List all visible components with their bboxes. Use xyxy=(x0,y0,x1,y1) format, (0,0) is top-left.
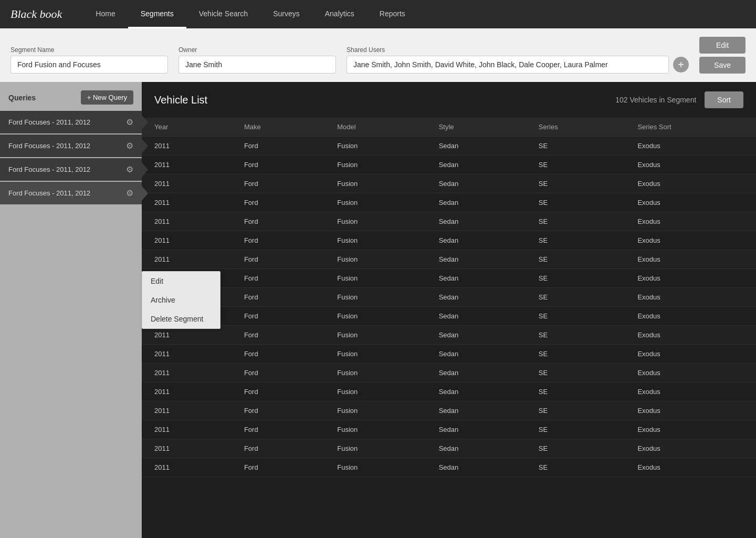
cell-model: Fusion xyxy=(324,137,426,156)
cell-style: Sedan xyxy=(426,307,526,326)
segment-name-input[interactable] xyxy=(10,56,168,74)
sidebar-item-q2[interactable]: Ford Focuses - 2011, 2012 ⚙ xyxy=(0,134,142,157)
cell-make: Ford xyxy=(232,212,324,231)
table-row: 2011FordFusionSedanSEExodus xyxy=(142,174,756,193)
cell-year: 2011 xyxy=(142,231,232,250)
cell-style: Sedan xyxy=(426,212,526,231)
cell-series_sort: Exodus xyxy=(625,326,756,345)
segment-header-form: Segment Name Owner Shared Users + Edit S… xyxy=(0,28,756,82)
cell-model: Fusion xyxy=(324,326,426,345)
segment-name-group: Segment Name xyxy=(10,46,168,74)
cell-series_sort: Exodus xyxy=(625,193,756,212)
edit-button[interactable]: Edit xyxy=(699,37,746,54)
col-make: Make xyxy=(232,118,324,137)
table-row: 2011FordFusionSedanSEExodus xyxy=(142,439,756,458)
nav-item-home[interactable]: Home xyxy=(83,0,128,28)
cell-series_sort: Exodus xyxy=(625,231,756,250)
shared-users-input[interactable] xyxy=(346,56,669,74)
cell-series: SE xyxy=(526,420,625,439)
nav-item-vehicle-search[interactable]: Vehicle Search xyxy=(186,0,260,28)
cell-series: SE xyxy=(526,401,625,420)
cell-year: 2011 xyxy=(142,345,232,364)
sidebar-item-q4[interactable]: Ford Focuses - 2011, 2012 ⚙ xyxy=(0,182,142,204)
cell-model: Fusion xyxy=(324,231,426,250)
cell-series: SE xyxy=(526,250,625,269)
table-row: 2011FordFusionSedanSEExodus xyxy=(142,307,756,326)
cell-year: 2011 xyxy=(142,401,232,420)
cell-series_sort: Exodus xyxy=(625,364,756,382)
query-arrow-1 xyxy=(142,115,148,130)
segment-name-label: Segment Name xyxy=(10,46,168,54)
cell-series_sort: Exodus xyxy=(625,458,756,477)
cell-model: Fusion xyxy=(324,439,426,458)
query-arrow-4 xyxy=(142,186,148,201)
cell-model: Fusion xyxy=(324,307,426,326)
save-button[interactable]: Save xyxy=(699,57,746,74)
gear-icon-1[interactable]: ⚙ xyxy=(126,117,133,127)
sidebar: Queries + New Query Ford Focuses - 2011,… xyxy=(0,82,142,538)
table-row: 2011FordFusionSedanSEExodus xyxy=(142,137,756,156)
cell-style: Sedan xyxy=(426,250,526,269)
cell-series: SE xyxy=(526,193,625,212)
table-row: 2011FordFusionSedanSEExodus xyxy=(142,193,756,212)
cell-make: Ford xyxy=(232,250,324,269)
owner-input[interactable] xyxy=(178,56,336,74)
context-menu-archive[interactable]: Archive xyxy=(142,291,220,309)
cell-year: 2011 xyxy=(142,212,232,231)
nav-item-reports[interactable]: Reports xyxy=(367,0,418,28)
queries-label: Queries xyxy=(8,94,36,102)
cell-series_sort: Exodus xyxy=(625,269,756,288)
context-menu-edit[interactable]: Edit xyxy=(142,272,220,291)
owner-label: Owner xyxy=(178,46,336,54)
sidebar-item-q1[interactable]: Ford Focuses - 2011, 2012 ⚙ xyxy=(0,111,142,133)
table-row: 2011FordFusionSedanSEExodus xyxy=(142,156,756,174)
table-row: 2011FordFusionSedanSEExodus xyxy=(142,364,756,382)
owner-group: Owner xyxy=(178,46,336,74)
nav-item-surveys[interactable]: Surveys xyxy=(260,0,312,28)
cell-make: Ford xyxy=(232,174,324,193)
new-query-button[interactable]: + New Query xyxy=(81,90,133,105)
cell-series_sort: Exodus xyxy=(625,439,756,458)
sidebar-item-q3[interactable]: Ford Focuses - 2011, 2012 ⚙ xyxy=(0,158,142,181)
cell-series: SE xyxy=(526,345,625,364)
sort-button[interactable]: Sort xyxy=(705,91,743,108)
cell-model: Fusion xyxy=(324,156,426,174)
vehicle-list-title: Vehicle List xyxy=(154,94,207,106)
top-navigation: Black book Home Segments Vehicle Search … xyxy=(0,0,756,28)
cell-year: 2011 xyxy=(142,439,232,458)
cell-style: Sedan xyxy=(426,288,526,307)
cell-make: Ford xyxy=(232,326,324,345)
cell-series: SE xyxy=(526,137,625,156)
gear-icon-2[interactable]: ⚙ xyxy=(126,141,133,151)
cell-make: Ford xyxy=(232,420,324,439)
app-logo: Black book xyxy=(10,7,62,21)
cell-series_sort: Exodus xyxy=(625,250,756,269)
cell-series: SE xyxy=(526,458,625,477)
context-menu-delete[interactable]: Delete Segment xyxy=(142,309,220,328)
vehicle-table-body: 2011FordFusionSedanSEExodus2011FordFusio… xyxy=(142,137,756,477)
cell-model: Fusion xyxy=(324,250,426,269)
query-item-label-2: Ford Focuses - 2011, 2012 xyxy=(8,142,90,150)
cell-model: Fusion xyxy=(324,269,426,288)
cell-make: Ford xyxy=(232,193,324,212)
cell-style: Sedan xyxy=(426,231,526,250)
table-row: 2011FordFusionSedanSEExodus xyxy=(142,212,756,231)
gear-icon-3[interactable]: ⚙ xyxy=(126,164,133,174)
cell-series_sort: Exodus xyxy=(625,288,756,307)
table-row: 2011FordFusionSedanSEExodus xyxy=(142,288,756,307)
nav-item-analytics[interactable]: Analytics xyxy=(312,0,367,28)
gear-icon-4[interactable]: ⚙ xyxy=(126,188,133,198)
queries-header: Queries + New Query xyxy=(0,90,142,111)
cell-model: Fusion xyxy=(324,458,426,477)
nav-items: Home Segments Vehicle Search Surveys Ana… xyxy=(83,0,417,28)
table-row: 2011FordFusionSedanSEExodus xyxy=(142,269,756,288)
nav-item-segments[interactable]: Segments xyxy=(128,0,186,28)
cell-series: SE xyxy=(526,212,625,231)
cell-style: Sedan xyxy=(426,269,526,288)
add-shared-user-button[interactable]: + xyxy=(673,57,689,73)
cell-model: Fusion xyxy=(324,364,426,382)
table-row: 2011FordFusionSedanSEExodus xyxy=(142,231,756,250)
shared-users-label: Shared Users xyxy=(346,46,689,54)
vehicle-count-text: 102 Vehicles in Segment xyxy=(615,96,696,104)
cell-year: 2011 xyxy=(142,420,232,439)
